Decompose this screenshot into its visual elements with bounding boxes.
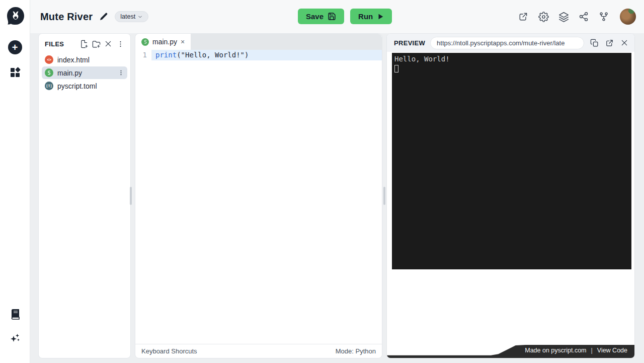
user-avatar[interactable] bbox=[620, 9, 636, 25]
file-kebab-menu-icon[interactable] bbox=[117, 69, 124, 77]
versions-layers-icon[interactable] bbox=[557, 11, 570, 23]
python-file-icon bbox=[45, 68, 53, 77]
save-floppy-icon bbox=[328, 12, 336, 21]
run-button[interactable]: Run bbox=[350, 9, 392, 24]
files-kebab-menu-icon[interactable] bbox=[115, 39, 125, 49]
file-row-pyscript-toml[interactable]: [T] pyscript.toml bbox=[42, 80, 127, 92]
token-paren: ) bbox=[245, 51, 249, 59]
left-rail: + bbox=[0, 0, 30, 363]
editor-tab-bar: main.py × bbox=[135, 34, 382, 50]
run-label: Run bbox=[358, 12, 373, 21]
settings-gear-icon[interactable] bbox=[537, 11, 549, 23]
terminal-output-line: Hello, World! bbox=[394, 54, 629, 64]
git-fork-icon[interactable] bbox=[598, 11, 610, 23]
editor-status-bar: Keyboard Shorcuts Mode: Python bbox=[135, 344, 382, 358]
new-project-button[interactable]: + bbox=[8, 40, 22, 54]
preview-title: PREVIEW bbox=[394, 39, 425, 47]
resize-handle-left[interactable] bbox=[130, 187, 132, 205]
token-string: "Hello, World!" bbox=[181, 51, 245, 59]
tab-label: main.py bbox=[152, 38, 177, 46]
share-icon[interactable] bbox=[578, 11, 590, 23]
pyscript-ribbon: Made on pyscript.com | View Code bbox=[387, 345, 634, 358]
file-name: main.py bbox=[57, 69, 113, 77]
file-row-index-html[interactable]: <> index.html bbox=[42, 53, 127, 66]
keyboard-shortcuts-link[interactable]: Keyboard Shorcuts bbox=[141, 347, 197, 355]
token-paren: ( bbox=[177, 51, 181, 59]
terminal-cursor bbox=[394, 65, 398, 72]
tab-close-icon[interactable]: × bbox=[181, 38, 185, 45]
preview-header: PREVIEW https://ntoll.pyscriptapps.com/m… bbox=[387, 34, 634, 52]
version-label: latest bbox=[120, 13, 135, 20]
run-play-icon bbox=[377, 13, 384, 20]
save-button[interactable]: Save bbox=[298, 9, 344, 24]
new-file-icon[interactable] bbox=[79, 39, 89, 49]
open-external-icon[interactable] bbox=[517, 11, 529, 23]
line-number: 1 bbox=[135, 50, 152, 60]
token-keyword: print bbox=[155, 51, 177, 59]
new-folder-icon[interactable] bbox=[91, 39, 101, 49]
preview-terminal[interactable]: Hello, World! bbox=[392, 53, 631, 269]
edit-title-pencil-icon[interactable] bbox=[98, 11, 110, 23]
top-bar: Mute River latest Save Run bbox=[30, 0, 644, 33]
editor-mode-label: Mode: Python bbox=[336, 347, 376, 355]
resize-handle-right[interactable] bbox=[383, 187, 385, 205]
file-name: pyscript.toml bbox=[57, 82, 124, 90]
files-panel: FILES <> index.html main.py [T] pyscript… bbox=[38, 33, 131, 358]
editor-panel: main.py × 1 print("Hello, World!") Keybo… bbox=[135, 33, 382, 358]
plus-icon: + bbox=[12, 42, 18, 52]
files-panel-title: FILES bbox=[45, 40, 77, 48]
chevron-down-icon bbox=[137, 14, 143, 20]
ribbon-separator: | bbox=[591, 347, 593, 354]
close-files-icon[interactable] bbox=[103, 39, 113, 49]
copy-url-icon[interactable] bbox=[589, 38, 599, 48]
ai-sparkles-icon[interactable] bbox=[8, 331, 22, 345]
file-name: index.html bbox=[57, 56, 124, 64]
dashboard-icon[interactable] bbox=[8, 65, 22, 80]
open-preview-external-icon[interactable] bbox=[604, 38, 614, 48]
preview-panel: PREVIEW https://ntoll.pyscriptapps.com/m… bbox=[386, 33, 635, 358]
project-title: Mute River bbox=[40, 11, 93, 23]
tab-main-py[interactable]: main.py × bbox=[135, 34, 191, 50]
preview-url-field[interactable]: https://ntoll.pyscriptapps.com/mute-rive… bbox=[430, 37, 584, 49]
html-file-icon: <> bbox=[45, 55, 53, 64]
python-file-icon bbox=[141, 38, 149, 46]
version-dropdown[interactable]: latest bbox=[115, 11, 148, 22]
toml-file-icon: [T] bbox=[45, 82, 53, 90]
code-line-1: 1 print("Hello, World!") bbox=[135, 50, 382, 60]
code-editor[interactable]: 1 print("Hello, World!") bbox=[135, 50, 382, 344]
pyscript-logo[interactable] bbox=[6, 6, 26, 26]
made-on-pyscript-label: Made on pyscript.com bbox=[525, 347, 586, 354]
docs-book-icon[interactable] bbox=[8, 307, 22, 321]
save-label: Save bbox=[306, 12, 324, 21]
code-content: print("Hello, World!") bbox=[152, 50, 382, 60]
view-code-link[interactable]: View Code bbox=[597, 347, 627, 354]
close-preview-icon[interactable] bbox=[619, 38, 629, 48]
file-row-main-py[interactable]: main.py bbox=[42, 66, 127, 79]
